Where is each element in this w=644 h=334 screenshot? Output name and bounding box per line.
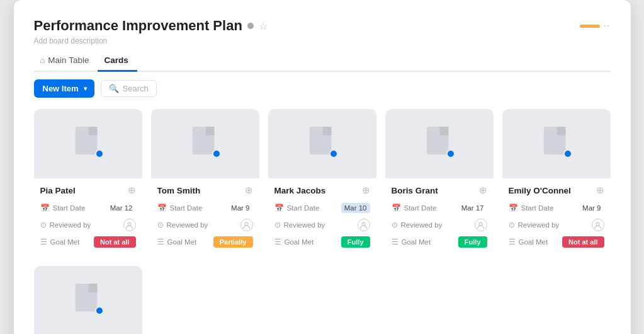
home-icon: ⌂	[40, 55, 45, 65]
goal-met-label: ☰ Goal Met	[40, 238, 80, 246]
star-icon[interactable]: ☆	[259, 20, 268, 32]
reviewed-by-field: ⊙ Reviewed by	[40, 218, 136, 232]
reviewer-avatar	[475, 219, 487, 231]
list-icon: ☰	[392, 238, 398, 246]
goal-met-field: ☰ Goal Met Partially	[157, 235, 253, 249]
card-image-area	[385, 109, 494, 178]
card-options-icon[interactable]: ⊕	[479, 185, 487, 196]
card-mark-jacobs[interactable]: Mark Jacobs ⊕ 📅 Start Date Mar 10 ⊙ Revi…	[268, 109, 376, 257]
goal-met-badge: Not at all	[94, 236, 135, 248]
card-image-area	[268, 109, 376, 178]
card-michelle-hayoum[interactable]: Michelle Hayoum ⊕	[34, 266, 142, 334]
card-body: Emily O'Connel ⊕ 📅 Start Date Mar 9 ⊙ Re…	[502, 178, 611, 257]
start-date-value: Mar 9	[579, 203, 604, 213]
reviewer-avatar	[123, 219, 136, 231]
reviewed-by-label: ⊙ Reviewed by	[40, 221, 91, 229]
card-options-icon[interactable]: ⊕	[245, 185, 253, 196]
orange-bar	[580, 25, 600, 28]
tab-cards[interactable]: Cards	[98, 52, 137, 72]
start-date-value: Mar 12	[107, 203, 136, 213]
card-pia-patel[interactable]: Pia Patel ⊕ 📅 Start Date Mar 12 ⊙ Review…	[34, 109, 142, 257]
card-options-icon[interactable]: ⊕	[128, 185, 136, 196]
search-box[interactable]: 🔍 Search	[101, 80, 157, 97]
card-name: Mark Jacobs	[274, 186, 326, 195]
card-name-row: Mark Jacobs ⊕	[274, 185, 370, 196]
start-date-field: 📅 Start Date Mar 12	[40, 201, 136, 215]
person-icon: ⊙	[392, 221, 398, 229]
goal-met-badge: Partially	[213, 236, 253, 248]
file-icon	[309, 127, 336, 161]
start-date-field: 📅 Start Date Mar 9	[509, 201, 604, 215]
goal-met-field: ☰ Goal Met Fully	[392, 235, 487, 249]
reviewed-by-label: ⊙ Reviewed by	[274, 221, 325, 229]
card-body: Pia Patel ⊕ 📅 Start Date Mar 12 ⊙ Review…	[34, 178, 142, 257]
goal-met-badge: Not at all	[562, 236, 604, 248]
reviewed-by-label: ⊙ Reviewed by	[157, 221, 208, 229]
card-tom-smith[interactable]: Tom Smith ⊕ 📅 Start Date Mar 9 ⊙ Reviewe…	[151, 109, 259, 257]
app-container: Performance Improvement Plan ☆ ·· Add bo…	[14, 0, 631, 334]
new-item-button[interactable]: New Item ▾	[34, 79, 94, 98]
calendar-icon: 📅	[157, 204, 167, 212]
start-date-label: 📅 Start Date	[274, 204, 320, 212]
svg-rect-10	[439, 127, 448, 135]
reviewed-by-field: ⊙ Reviewed by	[392, 218, 487, 232]
blue-dot	[212, 149, 221, 158]
goal-met-field: ☰ Goal Met Not at all	[509, 235, 604, 249]
blue-dot	[563, 149, 572, 158]
start-date-value: Mar 17	[458, 203, 487, 213]
start-date-field: 📅 Start Date Mar 9	[157, 201, 253, 215]
goal-met-label: ☰ Goal Met	[157, 238, 197, 246]
calendar-icon: 📅	[509, 204, 518, 212]
board-title: Performance Improvement Plan	[34, 18, 242, 34]
card-image-area	[34, 266, 142, 334]
svg-rect-1	[88, 127, 96, 135]
start-date-label: 📅 Start Date	[157, 204, 203, 212]
file-icon	[75, 284, 101, 318]
start-date-field: 📅 Start Date Mar 17	[392, 201, 487, 215]
person-icon: ⊙	[274, 221, 281, 229]
reviewer-avatar	[592, 219, 604, 231]
goal-met-label: ☰ Goal Met	[392, 238, 431, 246]
calendar-icon: 📅	[392, 204, 401, 212]
list-icon: ☰	[274, 238, 281, 246]
card-name: Tom Smith	[157, 186, 201, 195]
list-icon: ☰	[40, 238, 47, 246]
title-dot	[247, 23, 254, 29]
card-boris-grant[interactable]: Boris Grant ⊕ 📅 Start Date Mar 17 ⊙ Revi…	[385, 109, 494, 257]
chevron-down-icon: ▾	[84, 85, 87, 92]
card-emily-oconnel[interactable]: Emily O'Connel ⊕ 📅 Start Date Mar 9 ⊙ Re…	[502, 109, 611, 257]
card-name: Boris Grant	[392, 186, 438, 195]
calendar-icon: 📅	[40, 204, 50, 212]
toolbar-row: New Item ▾ 🔍 Search	[34, 79, 611, 98]
blue-dot	[95, 149, 104, 158]
card-name-row: Boris Grant ⊕	[392, 185, 487, 196]
goal-met-badge: Fully	[341, 236, 370, 248]
goal-met-label: ☰ Goal Met	[509, 238, 548, 246]
list-icon: ☰	[509, 238, 516, 246]
card-name-row: Tom Smith ⊕	[157, 185, 253, 196]
card-name-row: Pia Patel ⊕	[40, 185, 136, 196]
goal-met-field: ☰ Goal Met Not at all	[40, 235, 136, 249]
start-date-field: 📅 Start Date Mar 10	[274, 201, 370, 215]
file-icon	[426, 127, 453, 161]
card-name: Emily O'Connel	[509, 186, 571, 195]
start-date-label: 📅 Start Date	[509, 204, 554, 212]
card-options-icon[interactable]: ⊕	[596, 185, 604, 196]
tabs-row: ⌂ Main Table Cards	[34, 52, 611, 72]
card-image-area	[34, 109, 142, 178]
board-desc[interactable]: Add board description	[34, 37, 611, 45]
person-icon: ⊙	[40, 221, 47, 229]
header-dots-menu[interactable]: ··	[604, 20, 611, 32]
card-image-area	[151, 109, 259, 178]
cards-grid: Pia Patel ⊕ 📅 Start Date Mar 12 ⊙ Review…	[34, 109, 611, 334]
card-options-icon[interactable]: ⊕	[362, 185, 370, 196]
blue-dot	[329, 149, 338, 158]
reviewed-by-field: ⊙ Reviewed by	[157, 218, 253, 232]
file-icon	[543, 127, 570, 161]
card-body: Tom Smith ⊕ 📅 Start Date Mar 9 ⊙ Reviewe…	[151, 178, 259, 257]
tab-main-table[interactable]: ⌂ Main Table	[34, 52, 98, 72]
search-icon: 🔍	[109, 84, 119, 93]
file-icon	[192, 127, 218, 161]
svg-point-8	[362, 222, 365, 226]
reviewer-avatar	[358, 219, 370, 231]
